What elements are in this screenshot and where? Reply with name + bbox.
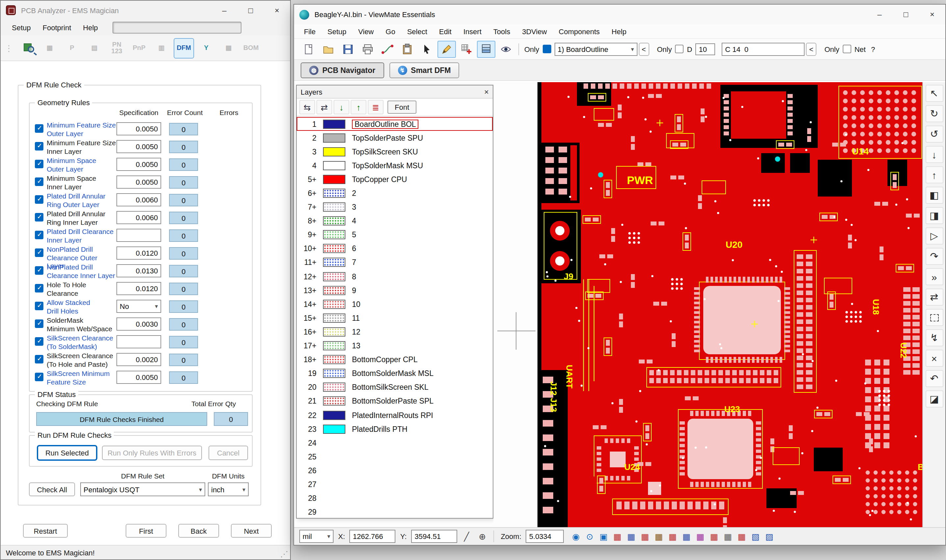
lightning-icon[interactable]: ↯ (925, 329, 943, 346)
menu-item-3dview[interactable]: 3DView (516, 25, 552, 37)
menu-item-tools[interactable]: Tools (488, 25, 516, 37)
rule-spec-input[interactable] (116, 229, 161, 242)
resize-grip[interactable]: ⋰ (280, 549, 288, 559)
only-dcode-checkbox[interactable] (675, 45, 684, 53)
layer-row-19[interactable]: 19BottomSolderMask MSL (297, 366, 493, 380)
layer-row-22[interactable]: 22PlatedInternalRouts RPI (297, 408, 493, 422)
minimize-button[interactable]: – (211, 1, 238, 20)
print-icon[interactable] (358, 40, 377, 57)
layer-row-14[interactable]: 14+10 (297, 297, 493, 311)
layer-color-swatch[interactable] (323, 383, 346, 392)
pcb-canvas[interactable]: PWRU14U20J9UARTJ12 J13U18U22U23U24B (537, 82, 924, 528)
transform-select-icon[interactable]: ▧ (749, 530, 762, 543)
grid-icon[interactable]: ▩ (218, 38, 239, 58)
menu-item-view[interactable]: View (352, 25, 380, 37)
pcb-view[interactable]: PWRU14U20J9UARTJ12 J13U18U22U23U24B (537, 82, 924, 528)
new-document-icon[interactable] (299, 40, 318, 57)
layer-color-swatch[interactable] (323, 244, 346, 253)
pad-array-8-icon[interactable]: ▦ (708, 530, 721, 543)
layer-row-24[interactable]: 24 (297, 436, 493, 449)
rule-checkbox[interactable] (35, 177, 43, 186)
layer-color-swatch[interactable] (323, 258, 346, 267)
rule-checkbox[interactable] (35, 142, 43, 151)
check-all-button[interactable]: Check All (29, 482, 75, 496)
align-horizontal-icon[interactable]: ⇄ (316, 100, 332, 114)
paste-icon[interactable] (398, 40, 417, 57)
layer-color-swatch[interactable] (323, 272, 346, 281)
zoom-colors-icon[interactable]: ⊙ (583, 530, 596, 543)
layer-row-3[interactable]: 3TopSilkScreen SKU (297, 145, 493, 158)
font-button[interactable]: Font (387, 100, 417, 114)
zoom-input[interactable] (526, 530, 564, 543)
cancel-button[interactable]: Cancel (208, 446, 248, 460)
zoom-select-icon[interactable]: ◉ (569, 530, 583, 543)
draw-pencil-icon[interactable] (437, 40, 456, 57)
rule-checkbox[interactable] (35, 284, 43, 292)
nudge-up-icon[interactable]: ↑ (925, 166, 943, 183)
dfm-rule-set-combo[interactable]: Pentalogix USQT▾ (80, 482, 205, 496)
layer-color-swatch[interactable] (323, 355, 346, 364)
x-coordinate-input[interactable] (350, 530, 396, 543)
menu-item-help[interactable]: Help (606, 25, 632, 37)
pointer-icon[interactable]: ↖ (925, 85, 943, 102)
rule-spec-input[interactable] (116, 211, 161, 224)
dcode-input[interactable] (695, 43, 715, 55)
rule-checkbox[interactable] (35, 373, 43, 381)
rule-spec-input[interactable] (116, 317, 161, 331)
pad-array-10-icon[interactable]: ▦ (735, 530, 748, 543)
tab-pcb-navigator[interactable]: ◍PCB Navigator (301, 62, 384, 78)
close-button[interactable]: × (919, 5, 945, 24)
pad-array-3-icon[interactable]: ▦ (639, 530, 651, 543)
rule-spec-input[interactable] (116, 282, 161, 295)
rule-spec-input[interactable] (116, 246, 161, 260)
layer-filter-combo[interactable]: 1) BoardOutline▾ (554, 42, 637, 55)
rotate-ccw-icon[interactable]: ↺ (925, 126, 943, 143)
layer-row-18[interactable]: 18+BottomCopper CPL (297, 352, 493, 366)
layer-prev-button[interactable]: < (639, 42, 649, 55)
swap-icon[interactable]: ⇄ (925, 289, 943, 306)
layer-row-11[interactable]: 11+7 (297, 256, 493, 269)
layer-row-29[interactable]: 29 (297, 505, 493, 518)
pad-array-1-icon[interactable]: ▦ (611, 530, 624, 543)
pad-array-4-icon[interactable]: ▦ (652, 530, 665, 543)
units-combo[interactable]: mil▾ (299, 530, 333, 543)
move-up-icon[interactable]: ↑ (350, 100, 366, 114)
spread-horizontal-icon[interactable]: ⇆ (299, 100, 315, 114)
menu-item-select[interactable]: Select (401, 25, 433, 37)
rule-spec-input[interactable] (116, 264, 161, 277)
measure-diagonal-icon[interactable]: ╱ (460, 530, 473, 543)
layer-row-21[interactable]: 21BottomSolderPaste SPL (297, 394, 493, 408)
nudge-down-icon[interactable]: ↓ (925, 146, 943, 163)
layer-colors-icon[interactable]: ≣ (368, 100, 384, 114)
pad-array-2-icon[interactable]: ▦ (625, 530, 638, 543)
close-button[interactable]: × (264, 1, 290, 20)
transform-grid-icon[interactable]: ▨ (763, 530, 776, 543)
help-question-button[interactable]: ? (871, 45, 875, 53)
zoom-grid-icon[interactable]: ▣ (597, 530, 610, 543)
selection-box-icon[interactable] (925, 309, 943, 326)
only-net-checkbox[interactable] (843, 45, 851, 53)
layer-row-13[interactable]: 13+9 (297, 283, 493, 297)
save-icon[interactable] (339, 40, 357, 57)
layer-row-26[interactable]: 26 (297, 464, 493, 477)
layers-panel-header[interactable]: Layers × (297, 85, 493, 98)
run-only-rules-with-errors-button[interactable]: Run Only Rules With Errors (102, 446, 202, 460)
layer-row-16[interactable]: 16+12 (297, 325, 493, 339)
menu-item-components[interactable]: Components (553, 25, 606, 37)
layer-color-swatch[interactable] (323, 175, 346, 184)
layer-color-swatch[interactable] (323, 230, 346, 240)
restart-button[interactable]: Restart (23, 524, 68, 538)
run-selected-button[interactable]: Run Selected (37, 446, 97, 460)
only-layer-checkbox[interactable] (542, 45, 551, 53)
menu-item-insert[interactable]: Insert (458, 25, 488, 37)
layer-row-25[interactable]: 25 (297, 450, 493, 464)
pnp-icon[interactable]: PnP (129, 38, 149, 58)
fast-forward-icon[interactable]: » (925, 268, 943, 285)
delete-x-icon[interactable]: × (925, 350, 943, 367)
layer-row-12[interactable]: 12+8 (297, 269, 493, 283)
pad-array-7-icon[interactable]: ▦ (694, 530, 707, 543)
rule-spec-input[interactable] (116, 335, 161, 348)
layer-row-15[interactable]: 15+11 (297, 311, 493, 325)
select-cursor-icon[interactable] (418, 40, 436, 57)
layer-row-23[interactable]: 23PlatedDrills PTH (297, 422, 493, 436)
